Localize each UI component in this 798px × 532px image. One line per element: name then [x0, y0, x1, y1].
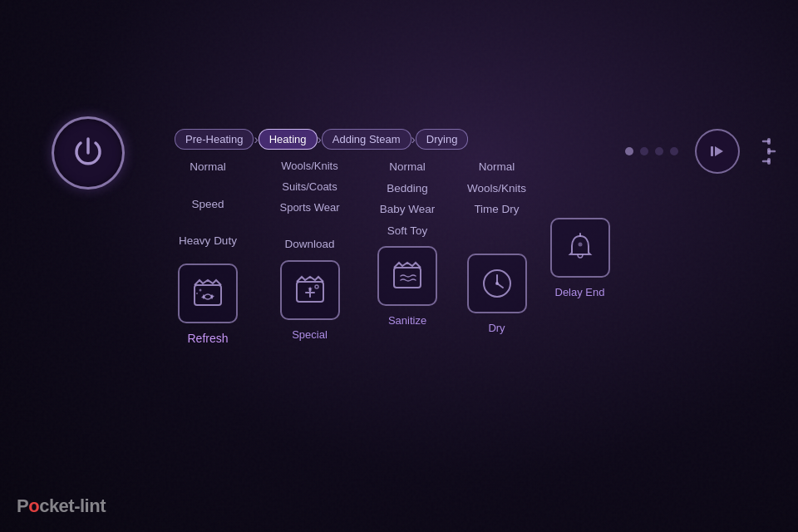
svg-point-15: [315, 285, 318, 288]
settings-icon[interactable]: [756, 135, 781, 168]
col3-babywear: Baby Wear: [380, 200, 436, 219]
progress-steps: Pre-Heating › Heating › Adding Steam › D…: [175, 129, 468, 150]
main-content: Pre-Heating › Heating › Adding Steam › D…: [0, 0, 798, 532]
dots-group: [625, 147, 678, 155]
step-heating[interactable]: Heating: [259, 129, 318, 150]
dry-button[interactable]: [467, 254, 527, 313]
sanitize-button[interactable]: [377, 246, 437, 306]
col3-softtoy: Soft Toy: [387, 222, 428, 240]
right-controls: [625, 129, 781, 174]
svg-marker-0: [715, 146, 723, 156]
col2-suitscoats: Suits/Coats: [282, 179, 337, 196]
col2-woolknits: Wools/Knits: [281, 158, 337, 175]
svg-point-12: [196, 293, 198, 294]
column-4: Normal Wools/Knits Time Dry Dry: [457, 158, 536, 345]
dry-label: Dry: [488, 322, 505, 334]
svg-rect-8: [195, 285, 221, 305]
delay-end-button[interactable]: [550, 218, 610, 278]
special-label: Special: [292, 328, 328, 341]
col4-woolknits: Wools/Knits: [467, 180, 526, 198]
dot-4: [670, 147, 678, 155]
step-pre-heating[interactable]: Pre-Heating: [175, 129, 254, 150]
step-adding-steam[interactable]: Adding Steam: [322, 129, 411, 150]
col4-timedry: Time Dry: [474, 200, 519, 219]
svg-point-11: [200, 288, 202, 291]
column-1: Normal Speed Heavy Duty: [162, 158, 254, 345]
dot-2: [640, 147, 648, 155]
col2-download: Download: [284, 235, 334, 254]
step-drying[interactable]: Drying: [416, 129, 469, 150]
column-2: Wools/Knits Suits/Coats Sports Wear Down…: [262, 158, 357, 345]
col1-normal: Normal: [190, 158, 226, 176]
delay-end-label: Delay End: [555, 286, 605, 298]
column-5: Delay End: [544, 158, 615, 345]
col1-heavy-duty: Heavy Duty: [179, 232, 237, 250]
col3-normal: Normal: [389, 158, 426, 176]
refresh-label: Refresh: [187, 332, 228, 345]
svg-rect-16: [394, 268, 421, 288]
dot-1: [625, 147, 633, 155]
svg-rect-1: [711, 146, 713, 156]
refresh-button[interactable]: [178, 264, 238, 323]
special-button[interactable]: [280, 260, 340, 320]
col4-normal: Normal: [479, 158, 515, 176]
col3-bedding: Bedding: [387, 180, 428, 198]
column-3: Normal Bedding Baby Wear Soft Toy Saniti…: [366, 158, 449, 345]
power-button[interactable]: [52, 116, 125, 190]
play-pause-button[interactable]: [695, 129, 740, 174]
watermark: Pocket-lint: [17, 495, 106, 517]
dot-3: [655, 147, 663, 155]
col2-sportswear: Sports Wear: [279, 200, 339, 217]
col1-speed: Speed: [191, 195, 224, 214]
sanitize-label: Sanitize: [388, 314, 426, 327]
main-panel: Normal Speed Heavy Duty: [162, 158, 615, 345]
svg-point-20: [495, 282, 499, 285]
svg-point-22: [578, 243, 582, 247]
